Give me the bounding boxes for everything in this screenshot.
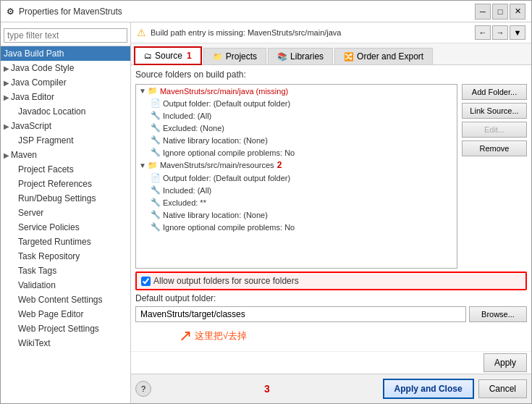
sidebar-item-wikitext[interactable]: WikiText [1, 336, 130, 350]
link-source-button[interactable]: Link Source... [462, 103, 527, 119]
sidebar-item-web-project-settings[interactable]: Web Project Settings [1, 321, 130, 336]
sidebar-item-jsp-fragment[interactable]: JSP Fragment [1, 133, 130, 148]
sidebar-item-maven[interactable]: ▶ Maven [1, 148, 130, 162]
apply-and-close-button[interactable]: Apply and Close [383, 379, 474, 399]
folder-icon: 📁 [148, 86, 158, 96]
source-tree[interactable]: ▼ 📁 MavenStruts/src/main/java (missing) … [135, 84, 457, 269]
edit-button[interactable]: Edit... [462, 122, 527, 138]
apply-button[interactable]: Apply [484, 353, 527, 372]
tree-item-7[interactable]: 📄 Output folder: (Default output folder) [136, 172, 457, 184]
sidebar-item-project-facets[interactable]: Project Facets [1, 162, 130, 177]
order-export-tab-icon: 🔀 [344, 52, 354, 62]
bottom-buttons: ? 3 Apply and Close Cancel [131, 374, 531, 403]
expand-arrow-icon: ▼ [139, 161, 146, 169]
tab-order-export[interactable]: 🔀 Order and Export [334, 48, 433, 64]
nav-forward-button[interactable]: → [492, 25, 508, 40]
tree-item-0[interactable]: ▼ 📁 MavenStruts/src/main/java (missing) [136, 85, 457, 97]
sidebar-item-service-policies[interactable]: Service Policies [1, 220, 130, 235]
nav-back-button[interactable]: ← [475, 25, 491, 40]
tree-item-3[interactable]: 🔧 Excluded: (None) [136, 122, 457, 134]
sidebar-item-label: Java Code Style [11, 63, 74, 73]
filter-input[interactable] [4, 28, 127, 43]
tree-item-10[interactable]: 🔧 Native library location: (None) [136, 209, 457, 221]
help-button[interactable]: ? [135, 381, 151, 397]
tree-item-11[interactable]: 🔧 Ignore optional compile problems: No [136, 221, 457, 233]
tree-item-2[interactable]: 🔧 Included: (All) [136, 109, 457, 122]
sidebar-item-java-code-style[interactable]: ▶ Java Code Style [1, 61, 130, 75]
nav-menu-button[interactable]: ▼ [510, 25, 525, 40]
filter-box [1, 25, 130, 46]
output-icon: 📄 [151, 98, 161, 108]
annotation-2: 2 [277, 160, 282, 170]
include-icon: 🔧 [151, 111, 161, 120]
sidebar-item-java-build-path[interactable]: Java Build Path [1, 46, 130, 61]
browse-button[interactable]: Browse... [469, 306, 527, 322]
warning-text: Build path entry is missing: MavenStruts… [151, 28, 470, 37]
sidebar-item-java-editor[interactable]: ▶ Java Editor [1, 90, 130, 104]
right-panel: ⚠ Build path entry is missing: MavenStru… [131, 22, 531, 403]
annotation-3: 3 [264, 383, 270, 395]
allow-output-folders-checkbox[interactable] [141, 277, 151, 286]
projects-tab-icon: 📁 [213, 52, 223, 62]
tree-item-9[interactable]: 🔧 Excluded: ** [136, 196, 457, 209]
tree-text: MavenStruts/src/main/java (missing) [160, 87, 288, 96]
close-button[interactable]: ✕ [510, 4, 525, 20]
sidebar-item-web-page-editor[interactable]: Web Page Editor [1, 307, 130, 321]
sidebar-item-label: Server [18, 208, 43, 218]
sidebar-item-targeted-runtimes[interactable]: Targeted Runtimes [1, 235, 130, 249]
tree-item-5[interactable]: 🔧 Ignore optional compile problems: No [136, 146, 457, 159]
sidebar-item-server[interactable]: Server [1, 206, 130, 220]
tree-text: Excluded: (None) [163, 124, 224, 132]
tree-item-8[interactable]: 🔧 Included: (All) [136, 184, 457, 196]
tab-projects[interactable]: 📁 Projects [203, 48, 266, 64]
sidebar-item-label: Validation [18, 280, 56, 290]
sidebar-item-label: Project References [18, 179, 92, 189]
tab-libraries-label: Libraries [290, 51, 324, 62]
cancel-button[interactable]: Cancel [478, 379, 527, 398]
sidebar-item-task-repository[interactable]: Task Repository [1, 249, 130, 264]
sidebar-item-task-tags[interactable]: Task Tags [1, 264, 130, 278]
tree-item-4[interactable]: 🔧 Native library location: (None) [136, 134, 457, 146]
tree-item-1[interactable]: 📄 Output folder: (Default output folder) [136, 97, 457, 109]
sidebar-item-validation[interactable]: Validation [1, 278, 130, 293]
tab-order-export-label: Order and Export [357, 51, 423, 62]
tree-text: Output folder: (Default output folder) [163, 99, 290, 108]
sidebar-item-run-debug[interactable]: Run/Debug Settings [1, 191, 130, 206]
native-icon: 🔧 [151, 135, 161, 145]
tree-text: Ignore optional compile problems: No [163, 223, 295, 232]
sidebar-item-label: Task Repository [18, 251, 80, 261]
tree-item-6[interactable]: ▼ 📁 MavenStruts/src/main/resources 2 [136, 159, 457, 172]
tree-text: Excluded: ** [163, 198, 206, 207]
arrow-annotation: ↗ [179, 327, 192, 345]
source-tree-area: ▼ 📁 MavenStruts/src/main/java (missing) … [135, 84, 527, 269]
annotation-text: 这里把√去掉 [195, 329, 247, 342]
tree-text: Output folder: (Default output folder) [163, 174, 290, 182]
expand-arrow-icon: ▼ [139, 87, 146, 95]
panel-body: Source folders on build path: ▼ 📁 MavenS… [131, 65, 531, 351]
minimize-button[interactable]: ─ [475, 4, 491, 20]
tab-source[interactable]: 🗂 Source 1 [134, 46, 202, 65]
sidebar-item-label: Web Page Editor [18, 309, 84, 319]
sidebar-item-java-compiler[interactable]: ▶ Java Compiler [1, 75, 130, 90]
libraries-tab-icon: 📚 [277, 52, 287, 62]
add-folder-button[interactable]: Add Folder... [462, 84, 527, 100]
title-bar: ⚙ Properties for MavenStruts ─ □ ✕ [1, 1, 531, 22]
sidebar-item-web-content-settings[interactable]: Web Content Settings [1, 293, 130, 307]
tree-text: Native library location: (None) [163, 136, 268, 145]
sidebar-item-label: Service Policies [18, 222, 80, 232]
tab-libraries[interactable]: 📚 Libraries [268, 48, 333, 64]
tabs-container: 🗂 Source 1 📁 Projects 📚 Libraries 🔀 Orde… [131, 43, 531, 65]
properties-window: ⚙ Properties for MavenStruts ─ □ ✕ Java … [0, 0, 532, 404]
source-section-label: Source folders on build path: [135, 70, 527, 80]
arrow-icon: ▶ [4, 122, 9, 130]
sidebar-item-javadoc[interactable]: Javadoc Location [1, 104, 130, 119]
output-folder-input[interactable] [135, 306, 466, 322]
remove-button[interactable]: Remove [462, 140, 527, 156]
sidebar-item-label: Maven [11, 150, 37, 160]
sidebar-item-project-references[interactable]: Project References [1, 177, 130, 191]
tree-text: Included: (All) [163, 111, 211, 120]
sidebar-item-javascript[interactable]: ▶ JavaScript [1, 119, 130, 133]
maximize-button[interactable]: □ [492, 4, 508, 20]
ignore-icon: 🔧 [151, 222, 161, 232]
side-buttons: Add Folder... Link Source... Edit... Rem… [462, 84, 527, 269]
